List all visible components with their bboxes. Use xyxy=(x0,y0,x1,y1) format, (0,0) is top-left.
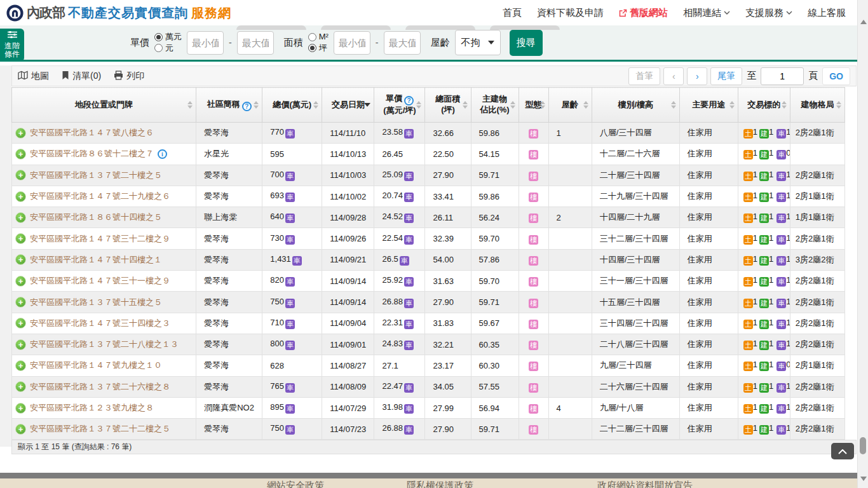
expand-plus-icon[interactable]: + xyxy=(15,149,26,159)
column-header-target[interactable]: 交易標的 xyxy=(738,88,790,123)
nav-item-支援服務[interactable]: 支援服務 xyxy=(745,7,792,19)
address-link[interactable]: 安平區國平北路８６號十二樓之７ xyxy=(30,148,154,159)
cell-age xyxy=(548,144,592,165)
area-option-ping[interactable]: 坪 xyxy=(308,43,329,53)
area-min-input[interactable] xyxy=(334,31,370,55)
building-count: 1 xyxy=(769,402,773,412)
address-link[interactable]: 安平區國平北路１４７號九樓之１０ xyxy=(30,360,162,371)
footer-link-3[interactable]: 政府網站資料開放宣告 xyxy=(597,480,693,488)
address-link[interactable]: 安平區國平北路１４７號三十二樓之９ xyxy=(30,233,170,245)
nav-item-相關連結[interactable]: 相關連結 xyxy=(683,7,730,19)
saved-list-button[interactable]: 清單(0) xyxy=(62,71,101,82)
brand-title-main: 不動產交易實價查詢 xyxy=(68,4,188,22)
cell-main-ratio: 56.24 xyxy=(471,207,519,228)
help-icon[interactable]: ? xyxy=(404,96,414,105)
address-link[interactable]: 安平區國平北路１３７號二十樓之５ xyxy=(30,170,162,181)
expand-plus-icon[interactable]: + xyxy=(15,403,26,414)
address-link[interactable]: 安平區國平北路１４７號八樓之６ xyxy=(30,127,154,139)
building-badge: 建 xyxy=(759,129,769,139)
expand-plus-icon[interactable]: + xyxy=(15,318,26,329)
column-header-type[interactable]: 型態 xyxy=(519,88,548,123)
column-header-usage[interactable]: 主要用途 xyxy=(679,88,738,123)
search-button[interactable]: 搜尋 xyxy=(510,30,543,56)
cell-main-ratio: 59.86 xyxy=(471,123,519,144)
scrollbar-down-arrow[interactable] xyxy=(860,477,867,481)
back-to-top-button[interactable] xyxy=(831,443,854,459)
go-button[interactable]: GO xyxy=(822,67,850,85)
next-page-button[interactable]: › xyxy=(687,67,707,85)
area-option-m2[interactable]: M² xyxy=(308,32,329,42)
footer-divider xyxy=(0,473,857,478)
last-page-button[interactable]: 尾筆 xyxy=(710,67,742,85)
age-select[interactable]: 不拘 xyxy=(455,30,501,55)
column-header-age[interactable]: 屋齡 xyxy=(548,88,592,123)
cell-area: 32.21 xyxy=(425,334,471,355)
expand-plus-icon[interactable]: + xyxy=(15,233,26,244)
expand-plus-icon[interactable]: + xyxy=(15,424,26,435)
address-link[interactable]: 安平區國平北路１２３號九樓之８ xyxy=(30,402,154,414)
cell-address: +安平區國平北路１４７號三十一樓之９ xyxy=(12,271,196,292)
address-link[interactable]: 安平區國平北路１４７號三十一樓之９ xyxy=(30,275,170,287)
column-header-total_price[interactable]: 總價(萬元) xyxy=(262,88,322,123)
footer-link-1[interactable]: 網站安全政策 xyxy=(267,480,324,488)
column-header-community[interactable]: 社區簡稱? xyxy=(196,88,262,123)
address-link[interactable]: 安平區國平北路１４７號三十四樓之３ xyxy=(30,318,170,329)
expand-plus-icon[interactable]: + xyxy=(15,339,26,350)
column-header-address[interactable]: 地段位置或門牌 xyxy=(12,88,196,123)
print-button[interactable]: 列印 xyxy=(114,71,144,82)
column-header-unit_price[interactable]: 單價?(萬元/坪) xyxy=(374,88,425,123)
address-link[interactable]: 安平區國平北路１８６號十四樓之５ xyxy=(30,212,162,223)
column-header-main_ratio[interactable]: 主建物佔比(%) xyxy=(471,88,519,123)
column-header-date[interactable]: 交易日期 xyxy=(322,88,374,123)
scrollbar-up-arrow[interactable] xyxy=(860,20,867,24)
cell-type: 樓 xyxy=(519,249,548,270)
unit-price-max-input[interactable] xyxy=(237,31,274,55)
expand-plus-icon[interactable]: + xyxy=(15,191,26,202)
nav-item-資料下載及申請[interactable]: 資料下載及申請 xyxy=(537,7,604,19)
site-brand[interactable]: 內政部 不動產交易實價查詢 服務網 xyxy=(6,4,231,22)
expand-plus-icon[interactable]: + xyxy=(15,128,26,139)
column-header-floor[interactable]: 樓別/樓高 xyxy=(592,88,679,123)
address-link[interactable]: 安平區國平北路１４７號十四樓之１ xyxy=(30,254,162,266)
expand-plus-icon[interactable]: + xyxy=(15,360,26,371)
building-count: 1 xyxy=(769,360,773,369)
map-view-button[interactable]: 地圖 xyxy=(18,71,49,82)
table-row: +安平區國平北路１２３號九樓之８潤隆真愛NO2895車114/07/2931.9… xyxy=(12,397,845,418)
address-link[interactable]: 安平區國平北路１３７號十五樓之５ xyxy=(30,297,162,308)
column-header-layout[interactable]: 建物格局 xyxy=(790,88,844,123)
nav-item-首頁[interactable]: 首頁 xyxy=(503,7,522,19)
area-max-input[interactable] xyxy=(384,31,421,55)
address-link[interactable]: 安平區國平北路１３７號二十六樓之８ xyxy=(30,381,170,393)
cell-date: 114/09/21 xyxy=(322,249,374,270)
land-badge: 土 xyxy=(743,383,753,393)
car-included-badge: 車 xyxy=(285,299,295,308)
address-link[interactable]: 安平區國平北路１４７號二十九樓之６ xyxy=(30,191,170,202)
expand-plus-icon[interactable]: + xyxy=(15,170,26,180)
scrollbar-thumb[interactable] xyxy=(860,437,866,454)
expand-plus-icon[interactable]: + xyxy=(15,276,26,287)
advanced-filter-button[interactable]: 進階條件 xyxy=(0,29,24,62)
address-link[interactable]: 安平區國平北路１３７號二十八樓之１３ xyxy=(30,339,179,350)
prev-page-button[interactable]: ‹ xyxy=(663,67,684,85)
column-header-area[interactable]: 總面積(坪) xyxy=(425,88,471,123)
cell-address: +安平區國平北路１３７號二十八樓之１３ xyxy=(12,334,196,355)
car-included-badge: 車 xyxy=(285,383,295,393)
expand-plus-icon[interactable]: + xyxy=(15,297,26,308)
address-link[interactable]: 安平區國平北路１３７號二十二樓之５ xyxy=(30,423,170,435)
nav-item-舊版網站[interactable]: 舊版網站 xyxy=(619,7,668,19)
unit-price-option-wanyuan[interactable]: 萬元 xyxy=(154,32,182,42)
footer-link-2[interactable]: 隱私權保護政策 xyxy=(407,480,473,488)
unit-price-min-input[interactable] xyxy=(187,31,224,55)
cell-usage: 住家用 xyxy=(679,165,738,186)
expand-plus-icon[interactable]: + xyxy=(15,212,26,223)
nav-item-線上客服[interactable]: 線上客服 xyxy=(808,7,846,19)
unit-price-option-yuan[interactable]: 元 xyxy=(154,43,182,53)
cell-main-ratio: 57.55 xyxy=(471,376,519,397)
page-scrollbar[interactable] xyxy=(857,0,868,488)
first-page-button[interactable]: 首筆 xyxy=(628,67,660,85)
expand-plus-icon[interactable]: + xyxy=(15,381,26,392)
info-icon[interactable]: i xyxy=(158,149,167,159)
expand-plus-icon[interactable]: + xyxy=(15,254,26,265)
page-number-input[interactable] xyxy=(761,67,804,85)
help-icon[interactable]: ? xyxy=(242,102,252,111)
